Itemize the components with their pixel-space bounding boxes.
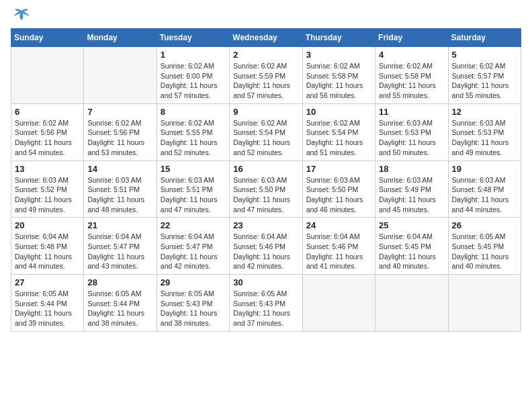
day-number: 24 (306, 220, 371, 230)
calendar-cell: 27 Sunrise: 6:05 AMSunset: 5:44 PMDaylig… (11, 275, 84, 332)
day-number: 25 (379, 220, 444, 230)
weekday-header-monday: Monday (84, 29, 157, 47)
day-detail: Sunrise: 6:02 AMSunset: 5:58 PMDaylight:… (306, 61, 371, 101)
day-detail: Sunrise: 6:03 AMSunset: 5:49 PMDaylight:… (379, 175, 444, 215)
calendar-table: SundayMondayTuesdayWednesdayThursdayFrid… (11, 28, 521, 332)
day-number: 27 (15, 277, 80, 287)
day-number: 16 (233, 164, 298, 174)
calendar-cell (11, 47, 84, 104)
calendar-cell: 13 Sunrise: 6:03 AMSunset: 5:52 PMDaylig… (11, 161, 84, 218)
day-detail: Sunrise: 6:03 AMSunset: 5:50 PMDaylight:… (233, 175, 298, 215)
page-header (11, 11, 521, 20)
day-detail: Sunrise: 6:02 AMSunset: 5:54 PMDaylight:… (233, 118, 298, 158)
calendar-cell: 16 Sunrise: 6:03 AMSunset: 5:50 PMDaylig… (230, 161, 302, 218)
calendar-cell: 23 Sunrise: 6:04 AMSunset: 5:46 PMDaylig… (230, 218, 302, 275)
calendar-cell: 22 Sunrise: 6:04 AMSunset: 5:47 PMDaylig… (157, 218, 229, 275)
calendar-cell: 11 Sunrise: 6:03 AMSunset: 5:53 PMDaylig… (375, 103, 448, 161)
day-number: 2 (233, 50, 298, 60)
calendar-cell: 18 Sunrise: 6:03 AMSunset: 5:49 PMDaylig… (375, 161, 448, 218)
day-detail: Sunrise: 6:02 AMSunset: 6:00 PMDaylight:… (161, 61, 226, 101)
calendar-cell (375, 275, 448, 332)
day-detail: Sunrise: 6:02 AMSunset: 5:55 PMDaylight:… (161, 118, 226, 158)
weekday-header-thursday: Thursday (302, 29, 375, 47)
day-number: 23 (233, 220, 298, 230)
day-detail: Sunrise: 6:03 AMSunset: 5:48 PMDaylight:… (452, 175, 517, 215)
day-number: 13 (15, 164, 80, 174)
calendar-cell: 19 Sunrise: 6:03 AMSunset: 5:48 PMDaylig… (448, 161, 521, 218)
day-number: 10 (306, 107, 371, 117)
calendar-cell: 9 Sunrise: 6:02 AMSunset: 5:54 PMDayligh… (230, 103, 302, 161)
calendar-cell: 8 Sunrise: 6:02 AMSunset: 5:55 PMDayligh… (157, 103, 229, 161)
calendar-cell: 1 Sunrise: 6:02 AMSunset: 6:00 PMDayligh… (157, 47, 229, 104)
calendar-cell (448, 275, 521, 332)
calendar-cell: 2 Sunrise: 6:02 AMSunset: 5:59 PMDayligh… (230, 47, 302, 104)
calendar-cell: 28 Sunrise: 6:05 AMSunset: 5:44 PMDaylig… (84, 275, 157, 332)
day-number: 15 (161, 164, 226, 174)
day-detail: Sunrise: 6:03 AMSunset: 5:51 PMDaylight:… (161, 175, 226, 215)
calendar-cell: 17 Sunrise: 6:03 AMSunset: 5:50 PMDaylig… (302, 161, 375, 218)
calendar-cell: 7 Sunrise: 6:02 AMSunset: 5:56 PMDayligh… (84, 103, 157, 161)
weekday-header-tuesday: Tuesday (157, 29, 229, 47)
weekday-header-friday: Friday (375, 29, 448, 47)
day-detail: Sunrise: 6:05 AMSunset: 5:43 PMDaylight:… (161, 289, 226, 328)
day-number: 3 (306, 50, 371, 60)
day-number: 20 (15, 220, 80, 230)
day-number: 11 (379, 107, 444, 117)
day-number: 28 (87, 277, 152, 287)
day-number: 30 (233, 277, 298, 287)
calendar-week-row: 13 Sunrise: 6:03 AMSunset: 5:52 PMDaylig… (11, 161, 521, 218)
calendar-cell: 5 Sunrise: 6:02 AMSunset: 5:57 PMDayligh… (448, 47, 521, 104)
calendar-cell: 30 Sunrise: 6:05 AMSunset: 5:43 PMDaylig… (230, 275, 302, 332)
logo-bird-icon (12, 8, 31, 23)
day-detail: Sunrise: 6:05 AMSunset: 5:43 PMDaylight:… (233, 289, 298, 328)
day-number: 22 (161, 220, 226, 230)
logo (11, 11, 31, 20)
day-number: 26 (452, 220, 517, 230)
day-number: 29 (161, 277, 226, 287)
calendar-cell: 14 Sunrise: 6:03 AMSunset: 5:51 PMDaylig… (84, 161, 157, 218)
day-detail: Sunrise: 6:02 AMSunset: 5:54 PMDaylight:… (306, 118, 371, 158)
calendar-cell (302, 275, 375, 332)
day-detail: Sunrise: 6:04 AMSunset: 5:47 PMDaylight:… (161, 232, 226, 271)
day-detail: Sunrise: 6:02 AMSunset: 5:56 PMDaylight:… (15, 118, 80, 158)
day-number: 7 (87, 107, 152, 117)
calendar-cell: 6 Sunrise: 6:02 AMSunset: 5:56 PMDayligh… (11, 103, 84, 161)
calendar-week-row: 6 Sunrise: 6:02 AMSunset: 5:56 PMDayligh… (11, 103, 521, 161)
day-number: 18 (379, 164, 444, 174)
day-detail: Sunrise: 6:05 AMSunset: 5:45 PMDaylight:… (452, 232, 517, 271)
day-detail: Sunrise: 6:03 AMSunset: 5:51 PMDaylight:… (87, 175, 152, 215)
day-number: 1 (161, 50, 226, 60)
weekday-header-wednesday: Wednesday (230, 29, 302, 47)
day-detail: Sunrise: 6:03 AMSunset: 5:52 PMDaylight:… (15, 175, 80, 215)
calendar-cell: 25 Sunrise: 6:04 AMSunset: 5:45 PMDaylig… (375, 218, 448, 275)
day-number: 4 (379, 50, 444, 60)
day-detail: Sunrise: 6:03 AMSunset: 5:53 PMDaylight:… (452, 118, 517, 158)
day-number: 14 (87, 164, 152, 174)
calendar-cell: 4 Sunrise: 6:02 AMSunset: 5:58 PMDayligh… (375, 47, 448, 104)
calendar-cell: 21 Sunrise: 6:04 AMSunset: 5:47 PMDaylig… (84, 218, 157, 275)
day-number: 19 (452, 164, 517, 174)
calendar-header-row: SundayMondayTuesdayWednesdayThursdayFrid… (11, 29, 521, 47)
day-detail: Sunrise: 6:04 AMSunset: 5:46 PMDaylight:… (306, 232, 371, 271)
day-number: 9 (233, 107, 298, 117)
day-number: 17 (306, 164, 371, 174)
weekday-header-sunday: Sunday (11, 29, 84, 47)
day-detail: Sunrise: 6:03 AMSunset: 5:50 PMDaylight:… (306, 175, 371, 215)
day-detail: Sunrise: 6:04 AMSunset: 5:46 PMDaylight:… (233, 232, 298, 271)
day-number: 21 (87, 220, 152, 230)
day-detail: Sunrise: 6:04 AMSunset: 5:47 PMDaylight:… (87, 232, 152, 271)
calendar-cell: 3 Sunrise: 6:02 AMSunset: 5:58 PMDayligh… (302, 47, 375, 104)
day-detail: Sunrise: 6:02 AMSunset: 5:56 PMDaylight:… (87, 118, 152, 158)
day-detail: Sunrise: 6:04 AMSunset: 5:48 PMDaylight:… (15, 232, 80, 271)
weekday-header-saturday: Saturday (448, 29, 521, 47)
day-number: 8 (161, 107, 226, 117)
calendar-week-row: 27 Sunrise: 6:05 AMSunset: 5:44 PMDaylig… (11, 275, 521, 332)
calendar-cell (84, 47, 157, 104)
day-detail: Sunrise: 6:05 AMSunset: 5:44 PMDaylight:… (87, 289, 152, 328)
day-detail: Sunrise: 6:03 AMSunset: 5:53 PMDaylight:… (379, 118, 444, 158)
calendar-cell: 10 Sunrise: 6:02 AMSunset: 5:54 PMDaylig… (302, 103, 375, 161)
day-detail: Sunrise: 6:02 AMSunset: 5:59 PMDaylight:… (233, 61, 298, 101)
day-number: 12 (452, 107, 517, 117)
day-number: 5 (452, 50, 517, 60)
calendar-cell: 15 Sunrise: 6:03 AMSunset: 5:51 PMDaylig… (157, 161, 229, 218)
